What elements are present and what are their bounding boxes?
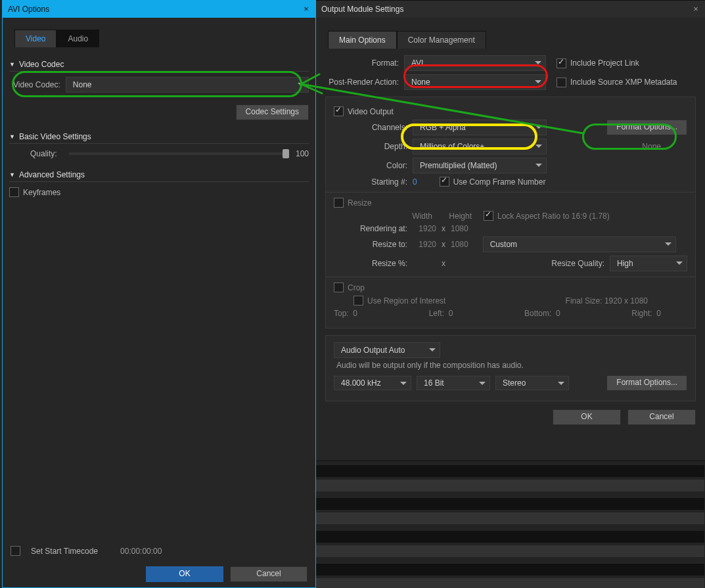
post-render-label: Post-Render Action: bbox=[325, 78, 399, 87]
color-select[interactable]: Premultiplied (Matted) bbox=[413, 158, 547, 173]
audio-note: Audio will be output only if the composi… bbox=[336, 361, 687, 370]
lock-aspect-checkbox[interactable] bbox=[484, 211, 493, 221]
rendering-width: 1920 bbox=[413, 224, 436, 233]
starting-number-label: Starting #: bbox=[334, 177, 407, 187]
resize-quality-label: Resize Quality: bbox=[551, 259, 604, 268]
audio-bit-select[interactable]: 16 Bit bbox=[417, 376, 490, 390]
keyframes-label: Keyframes bbox=[23, 188, 60, 197]
quality-label: Quality: bbox=[30, 149, 57, 158]
tab-color-management[interactable]: Color Management bbox=[397, 31, 486, 49]
crop-checkbox[interactable] bbox=[334, 283, 344, 292]
format-label: Format: bbox=[325, 58, 399, 68]
close-icon[interactable]: × bbox=[692, 5, 700, 13]
use-comp-frame-checkbox[interactable] bbox=[440, 177, 449, 187]
crop-left-value[interactable]: 0 bbox=[449, 309, 453, 318]
quality-slider[interactable] bbox=[69, 152, 289, 155]
crop-right-value[interactable]: 0 bbox=[656, 309, 661, 318]
output-module-cancel-button[interactable]: Cancel bbox=[627, 409, 696, 425]
video-codec-select[interactable]: None bbox=[66, 77, 309, 93]
crop-top-label: Top: bbox=[334, 309, 349, 318]
video-output-panel: Video Output Channels: RGB + Alpha Forma… bbox=[325, 97, 696, 328]
crop-left-label: Left: bbox=[429, 309, 444, 318]
channels-label: Channels: bbox=[334, 123, 407, 132]
avi-cancel-button[interactable]: Cancel bbox=[230, 566, 307, 582]
format-options-status: None bbox=[642, 142, 661, 151]
resize-preset-select[interactable]: Custom bbox=[483, 237, 676, 252]
set-start-timecode-checkbox[interactable] bbox=[11, 546, 20, 556]
crop-bottom-value[interactable]: 0 bbox=[556, 309, 560, 318]
avi-title: AVI Options bbox=[8, 5, 49, 14]
resize-quality-select[interactable]: High bbox=[610, 256, 687, 271]
channels-select[interactable]: RGB + Alpha bbox=[413, 120, 547, 135]
crop-right-label: Right: bbox=[631, 309, 652, 318]
start-timecode-value[interactable]: 00:00:00:00 bbox=[120, 547, 162, 556]
rendering-at-label: Rendering at: bbox=[334, 224, 407, 233]
width-header: Width bbox=[399, 212, 432, 221]
resize-to-width[interactable]: 1920 bbox=[413, 240, 436, 249]
include-xmp-checkbox[interactable] bbox=[557, 78, 566, 87]
audio-output-panel: Audio Output Auto Audio will be output o… bbox=[325, 335, 696, 401]
color-label: Color: bbox=[334, 161, 407, 170]
use-comp-frame-label: Use Comp Frame Number bbox=[453, 177, 546, 187]
crop-bottom-label: Bottom: bbox=[524, 309, 551, 318]
crop-top-value[interactable]: 0 bbox=[353, 309, 357, 318]
output-module-ok-button[interactable]: OK bbox=[553, 409, 621, 425]
depth-label: Depth: bbox=[334, 142, 407, 151]
tab-main-options[interactable]: Main Options bbox=[328, 31, 397, 49]
output-module-titlebar: Output Module Settings × bbox=[316, 1, 705, 18]
advanced-settings-toggle[interactable]: ▼Advanced Settings bbox=[9, 170, 309, 179]
crop-label: Crop bbox=[348, 283, 365, 292]
starting-number-value[interactable]: 0 bbox=[413, 177, 417, 187]
video-output-checkbox[interactable] bbox=[334, 106, 344, 116]
resize-label: Resize bbox=[348, 198, 372, 208]
format-select[interactable]: AVI bbox=[404, 55, 546, 71]
use-roi-label: Use Region of Interest bbox=[367, 296, 445, 305]
avi-ok-button[interactable]: OK bbox=[146, 566, 223, 582]
output-module-window: Output Module Settings × Main Options Co… bbox=[315, 0, 705, 461]
video-codec-label: Video Codec: bbox=[13, 80, 60, 89]
keyframes-checkbox[interactable] bbox=[9, 187, 19, 197]
resize-checkbox[interactable] bbox=[334, 198, 344, 208]
avi-options-window: AVI Options × Video Audio ▼Video Codec V… bbox=[2, 0, 316, 588]
set-start-timecode-label: Set Start Timecode bbox=[31, 547, 98, 556]
include-xmp-label: Include Source XMP Metadata bbox=[570, 78, 677, 87]
resize-to-label: Resize to: bbox=[334, 240, 407, 249]
codec-settings-button[interactable]: Codec Settings bbox=[236, 104, 309, 120]
resize-pct-label: Resize %: bbox=[334, 259, 407, 268]
height-header: Height bbox=[432, 212, 472, 221]
post-render-select[interactable]: None bbox=[404, 74, 546, 90]
video-codec-section-toggle[interactable]: ▼Video Codec bbox=[9, 60, 309, 69]
use-roi-checkbox[interactable] bbox=[353, 296, 363, 305]
output-module-title: Output Module Settings bbox=[321, 5, 403, 14]
rendering-height: 1080 bbox=[451, 224, 468, 233]
video-output-label: Video Output bbox=[348, 107, 394, 116]
audio-format-options-button[interactable]: Format Options... bbox=[606, 375, 687, 391]
resize-to-height[interactable]: 1080 bbox=[451, 240, 468, 249]
close-icon[interactable]: × bbox=[302, 5, 310, 13]
depth-select[interactable]: Millions of Colors+ bbox=[413, 139, 547, 154]
tab-video[interactable]: Video bbox=[14, 30, 57, 47]
format-options-button[interactable]: Format Options... bbox=[606, 120, 687, 135]
include-project-link-label: Include Project Link bbox=[570, 58, 639, 68]
lock-aspect-label: Lock Aspect Ratio to 16:9 (1.78) bbox=[497, 212, 610, 221]
final-size-label: Final Size: 1920 x 1080 bbox=[566, 296, 648, 305]
quality-value[interactable]: 100 bbox=[296, 149, 309, 158]
basic-video-settings-toggle[interactable]: ▼Basic Video Settings bbox=[9, 132, 309, 141]
audio-rate-select[interactable]: 48.000 kHz bbox=[334, 376, 411, 390]
audio-output-mode-select[interactable]: Audio Output Auto bbox=[334, 342, 440, 358]
tab-audio[interactable]: Audio bbox=[57, 30, 99, 47]
avi-titlebar: AVI Options × bbox=[3, 1, 315, 18]
include-project-link-checkbox[interactable] bbox=[557, 58, 566, 68]
audio-channel-select[interactable]: Stereo bbox=[495, 376, 569, 390]
